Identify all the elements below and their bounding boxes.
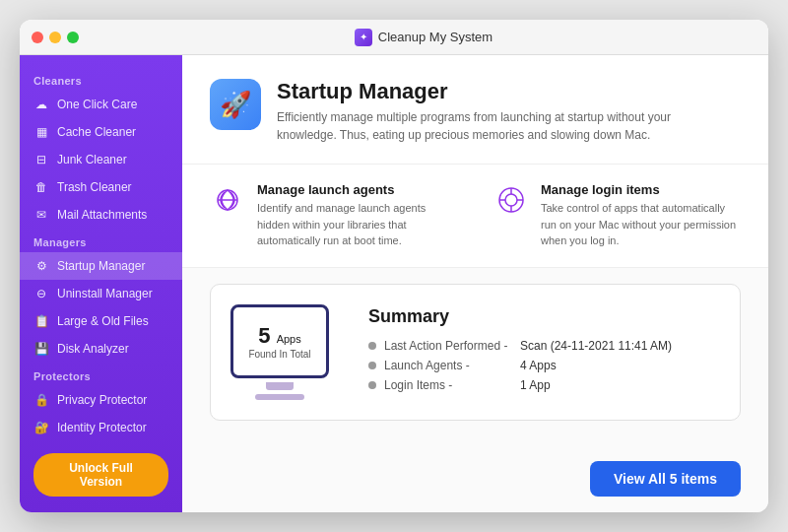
bullet-icon (368, 342, 376, 350)
sidebar-item-label: Identity Protector (57, 421, 147, 434)
startup-manager-icon: ⚙ (33, 258, 49, 274)
app-title: Cleanup My System (378, 30, 492, 44)
feature-title: Manage login items (541, 182, 738, 197)
sidebar-item-label: Cache Cleaner (57, 125, 136, 139)
sidebar-item-label: Disk Analyzer (57, 342, 129, 356)
feature-desc: Take control of apps that automatically … (541, 200, 738, 249)
page-title: Startup Manager (277, 79, 710, 104)
title-bar: ✦ Cleanup My System (20, 20, 768, 55)
close-button[interactable] (32, 32, 43, 43)
summary-row-login-items: Login Items - 1 App (368, 378, 672, 392)
sidebar-item-label: Startup Manager (57, 259, 145, 273)
main-content: 🚀 Startup Manager Efficiently manage mul… (182, 55, 768, 512)
sidebar-item-privacy-protector[interactable]: 🔒 Privacy Protector (20, 386, 182, 414)
last-action-label: Last Action Performed - (384, 339, 512, 353)
bullet-icon (368, 381, 376, 389)
sidebar-item-startup-manager[interactable]: ⚙ Startup Manager (20, 252, 182, 280)
feature-text-login-items: Manage login items Take control of apps … (541, 182, 738, 249)
sidebar-item-label: Large & Old Files (57, 314, 149, 328)
sidebar-item-label: Uninstall Manager (57, 287, 153, 300)
launch-agents-value: 4 Apps (520, 359, 557, 372)
large-old-files-icon: 📋 (33, 313, 49, 329)
svg-point-3 (505, 194, 517, 206)
maximize-button[interactable] (67, 32, 79, 43)
sidebar-section-cleaners: Cleaners ☁ One Click Care ▦ Cache Cleane… (20, 67, 182, 229)
sidebar: Cleaners ☁ One Click Care ▦ Cache Cleane… (20, 55, 182, 512)
sidebar-item-cache-cleaner[interactable]: ▦ Cache Cleaner (20, 118, 182, 146)
sidebar-section-label-managers: Managers (20, 229, 182, 252)
sidebar-item-label: Junk Cleaner (57, 153, 127, 166)
sidebar-item-junk-cleaner[interactable]: ⊟ Junk Cleaner (20, 146, 182, 173)
login-items-value: 1 App (520, 378, 551, 392)
junk-cleaner-icon: ⊟ (33, 152, 49, 167)
last-action-value: Scan (24-11-2021 11:41 AM) (520, 339, 672, 353)
sidebar-item-mail-attachments[interactable]: ✉ Mail Attachments (20, 201, 182, 229)
trash-cleaner-icon: 🗑 (33, 179, 49, 195)
main-header: 🚀 Startup Manager Efficiently manage mul… (182, 55, 768, 165)
sidebar-item-label: Mail Attachments (57, 208, 147, 222)
sidebar-item-label: One Click Care (57, 98, 137, 111)
monitor-base (255, 394, 304, 400)
unlock-full-version-button[interactable]: Unlock Full Version (33, 453, 168, 497)
page-description: Efficiently manage multiple programs fro… (277, 108, 710, 144)
launch-agents-icon (210, 182, 245, 218)
monitor-graphic: 5 Apps Found In Total (230, 304, 329, 400)
traffic-lights (32, 32, 79, 43)
sidebar-section-managers: Managers ⚙ Startup Manager ⊖ Uninstall M… (20, 229, 182, 363)
sidebar-section-protectors: Protectors 🔒 Privacy Protector 🔐 Identit… (20, 363, 182, 441)
sidebar-item-trash-cleaner[interactable]: 🗑 Trash Cleaner (20, 173, 182, 201)
feature-desc: Identify and manage launch agents hidden… (257, 200, 454, 249)
monitor-stand (266, 382, 294, 390)
sidebar-item-label: Trash Cleaner (57, 180, 132, 194)
apps-sub-label: Found In Total (248, 349, 310, 360)
uninstall-manager-icon: ⊖ (33, 286, 49, 301)
feature-login-items: Manage login items Take control of apps … (493, 182, 738, 249)
feature-launch-agents: Manage launch agents Identify and manage… (210, 182, 454, 249)
summary-row-last-action: Last Action Performed - Scan (24-11-2021… (368, 339, 672, 353)
sidebar-item-large-old-files[interactable]: 📋 Large & Old Files (20, 307, 182, 335)
summary-area: 5 Apps Found In Total Summary Last Actio… (182, 268, 768, 513)
mail-icon: ✉ (33, 207, 49, 223)
apps-count: 5 Apps (258, 323, 300, 349)
features-section: Manage launch agents Identify and manage… (182, 165, 768, 268)
login-items-label: Login Items - (384, 378, 512, 392)
privacy-protector-icon: 🔒 (33, 392, 49, 408)
sidebar-item-uninstall-manager[interactable]: ⊖ Uninstall Manager (20, 280, 182, 307)
disk-analyzer-icon: 💾 (33, 341, 49, 357)
one-click-care-icon: ☁ (33, 97, 49, 112)
sidebar-item-disk-analyzer[interactable]: 💾 Disk Analyzer (20, 335, 182, 363)
summary-row-launch-agents: Launch Agents - 4 Apps (368, 359, 672, 372)
cache-cleaner-icon: ▦ (33, 124, 49, 140)
summary-card: 5 Apps Found In Total Summary Last Actio… (210, 284, 741, 421)
app-window: ✦ Cleanup My System Cleaners ☁ One Click… (20, 20, 768, 512)
view-all-section: View All 5 items (210, 449, 741, 497)
feature-text-launch-agents: Manage launch agents Identify and manage… (257, 182, 454, 249)
sidebar-item-identity-protector[interactable]: 🔐 Identity Protector (20, 414, 182, 441)
app-title-icon: ✦ (355, 29, 372, 46)
feature-title: Manage launch agents (257, 182, 454, 197)
summary-title: Summary (368, 306, 672, 327)
sidebar-section-label-cleaners: Cleaners (20, 67, 182, 91)
minimize-button[interactable] (49, 32, 61, 43)
view-all-button[interactable]: View All 5 items (590, 461, 741, 497)
sidebar-item-label: Privacy Protector (57, 393, 147, 407)
sidebar-item-one-click-care[interactable]: ☁ One Click Care (20, 91, 182, 118)
sidebar-section-label-protectors: Protectors (20, 363, 182, 386)
startup-manager-app-icon: 🚀 (210, 79, 261, 130)
bullet-icon (368, 362, 376, 369)
identity-protector-icon: 🔐 (33, 420, 49, 435)
header-text: Startup Manager Efficiently manage multi… (277, 79, 710, 144)
login-items-icon (493, 182, 529, 218)
monitor-screen: 5 Apps Found In Total (230, 304, 329, 378)
summary-details: Summary Last Action Performed - Scan (24… (368, 306, 672, 398)
content-area: Cleaners ☁ One Click Care ▦ Cache Cleane… (20, 55, 768, 512)
title-bar-center: ✦ Cleanup My System (91, 29, 756, 46)
launch-agents-label: Launch Agents - (384, 359, 512, 372)
sidebar-bottom: Unlock Full Version (20, 441, 182, 508)
